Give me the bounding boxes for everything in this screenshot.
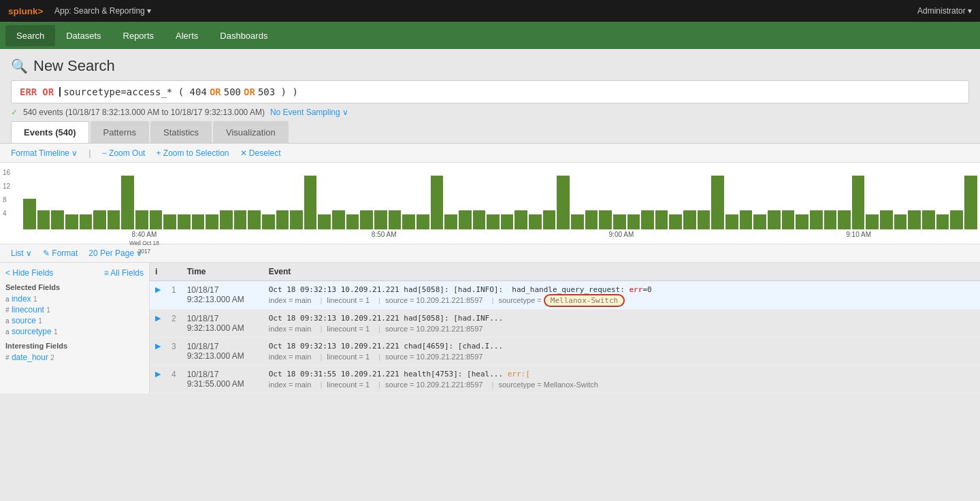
chart-bar[interactable] <box>810 210 823 229</box>
chart-bar[interactable] <box>444 214 457 230</box>
chart-bar[interactable] <box>852 176 865 229</box>
chart-bar[interactable] <box>725 214 738 230</box>
field-source[interactable]: a source 1 <box>5 316 144 325</box>
chart-bar[interactable] <box>248 210 261 229</box>
chart-bar[interactable] <box>599 210 612 229</box>
nav-alerts[interactable]: Alerts <box>165 25 209 46</box>
chart-bars[interactable] <box>20 168 980 229</box>
tab-patterns[interactable]: Patterns <box>91 121 149 143</box>
splunk-logo[interactable]: splunk> <box>8 4 49 18</box>
chart-bar[interactable] <box>950 210 963 229</box>
sampling-link[interactable]: No Event Sampling ∨ <box>270 108 348 117</box>
sourcetype-badge[interactable]: Mellanox-Switch <box>544 294 625 307</box>
chart-bar[interactable] <box>459 210 472 229</box>
field-index[interactable]: a index 1 <box>5 294 144 304</box>
deselect-btn[interactable]: ✕ Deselect <box>240 148 281 158</box>
tab-statistics[interactable]: Statistics <box>150 121 212 143</box>
field-linecount[interactable]: # linecount 1 <box>5 305 144 314</box>
chart-bar[interactable] <box>135 210 148 229</box>
per-page-btn[interactable]: 20 Per Page ∨ <box>88 248 142 258</box>
chart-bar[interactable] <box>220 210 233 229</box>
chart-bar[interactable] <box>346 214 359 230</box>
chart-bar[interactable] <box>768 210 781 229</box>
app-name[interactable]: App: Search & Reporting ▾ <box>54 6 151 16</box>
chart-bar[interactable] <box>922 210 935 229</box>
chart-bar[interactable] <box>163 214 176 230</box>
chart-bar[interactable] <box>37 210 50 229</box>
chart-bar[interactable] <box>431 176 444 229</box>
chart-bar[interactable] <box>641 210 654 229</box>
chart-bar[interactable] <box>627 214 640 230</box>
chart-bar[interactable] <box>402 214 415 230</box>
nav-reports[interactable]: Reports <box>112 25 165 46</box>
admin-menu[interactable]: Administrator ▾ <box>917 6 972 16</box>
chart-bar[interactable] <box>585 210 598 229</box>
all-fields-link[interactable]: ≡ All Fields <box>104 268 144 278</box>
zoom-out-btn[interactable]: − Zoom Out <box>102 148 146 158</box>
chart-bar[interactable] <box>782 210 795 229</box>
chart-bar[interactable] <box>529 214 542 230</box>
chart-bar[interactable] <box>332 210 345 229</box>
row-expand-2[interactable]: ▶ <box>150 310 166 338</box>
zoom-selection-btn[interactable]: + Zoom to Selection <box>156 148 229 158</box>
chart-bar[interactable] <box>192 214 205 230</box>
chart-bar[interactable] <box>65 214 78 230</box>
hide-fields-link[interactable]: < Hide Fields <box>5 268 53 278</box>
format-btn[interactable]: ✎ Format <box>43 248 78 258</box>
chart-bar[interactable] <box>80 214 93 230</box>
chart-bar[interactable] <box>178 214 191 230</box>
chart-bar[interactable] <box>514 210 527 229</box>
chart-bar[interactable] <box>121 176 134 229</box>
chart-bar[interactable] <box>473 210 486 229</box>
chart-bar[interactable] <box>683 210 696 229</box>
chart-bar[interactable] <box>206 214 218 230</box>
chart-bar[interactable] <box>824 210 837 229</box>
row-expand-4[interactable]: ▶ <box>150 366 166 393</box>
chart-bar[interactable] <box>389 210 402 229</box>
chart-bar[interactable] <box>304 176 317 229</box>
chart-bar[interactable] <box>908 210 921 229</box>
chart-bar[interactable] <box>501 214 514 230</box>
chart-bar[interactable] <box>290 210 303 229</box>
nav-datasets[interactable]: Datasets <box>55 25 112 46</box>
list-view-btn[interactable]: List ∨ <box>11 248 32 258</box>
chart-bar[interactable] <box>557 176 570 229</box>
chart-bar[interactable] <box>416 214 429 230</box>
row-expand-1[interactable]: ▶ <box>150 281 166 310</box>
chart-bar[interactable] <box>669 214 682 230</box>
tab-events[interactable]: Events (540) <box>11 121 89 143</box>
chart-bar[interactable] <box>711 176 724 229</box>
chart-bar[interactable] <box>487 214 500 230</box>
chart-bar[interactable] <box>108 210 120 229</box>
chart-bar[interactable] <box>23 199 36 229</box>
chart-bar[interactable] <box>838 210 851 229</box>
field-sourcetype[interactable]: a sourcetype 1 <box>5 327 144 336</box>
field-date-hour[interactable]: # date_hour 2 <box>5 353 144 362</box>
chart-bar[interactable] <box>150 210 163 229</box>
chart-bar[interactable] <box>936 214 949 230</box>
nav-dashboards[interactable]: Dashboards <box>209 25 278 46</box>
chart-bar[interactable] <box>796 214 808 230</box>
chart-bar[interactable] <box>866 214 879 230</box>
row-expand-3[interactable]: ▶ <box>150 338 166 366</box>
format-timeline-btn[interactable]: Format Timeline ∨ <box>11 148 78 158</box>
chart-bar[interactable] <box>964 176 977 229</box>
chart-bar[interactable] <box>753 214 766 230</box>
chart-bar[interactable] <box>93 210 106 229</box>
nav-search[interactable]: Search <box>5 25 55 46</box>
tab-visualization[interactable]: Visualization <box>213 121 289 143</box>
chart-bar[interactable] <box>655 210 668 229</box>
chart-bar[interactable] <box>276 210 289 229</box>
chart-bar[interactable] <box>571 214 584 230</box>
chart-bar[interactable] <box>613 214 626 230</box>
chart-bar[interactable] <box>374 210 387 229</box>
chart-bar[interactable] <box>262 214 275 230</box>
chart-bar[interactable] <box>740 210 753 229</box>
chart-bar[interactable] <box>543 210 556 229</box>
search-input-box[interactable]: ERR OR sourcetype=access_* ( 404 OR 500 … <box>11 80 969 103</box>
chart-bar[interactable] <box>360 210 373 229</box>
chart-bar[interactable] <box>318 214 331 230</box>
chart-bar[interactable] <box>880 210 893 229</box>
chart-bar[interactable] <box>698 210 710 229</box>
chart-bar[interactable] <box>234 210 247 229</box>
